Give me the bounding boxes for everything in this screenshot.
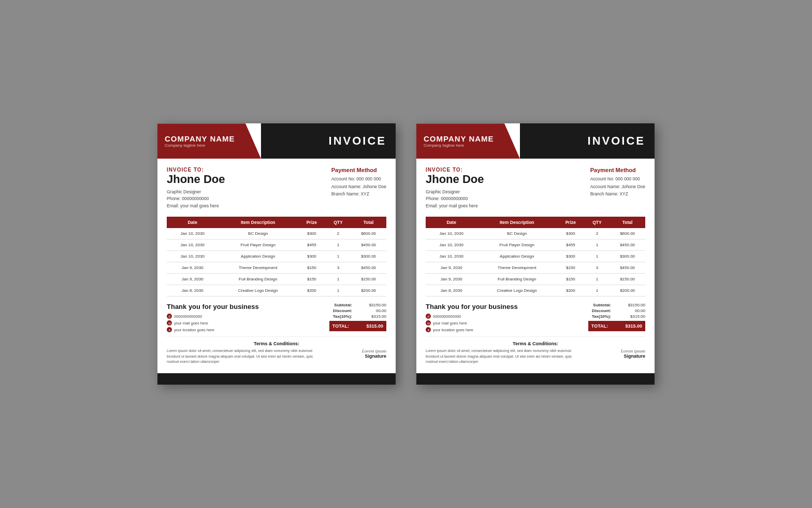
tax-row-1: Tax(10%): $315.00 — [329, 314, 386, 319]
subtotal-row-2: Subtotal: $3150.00 — [588, 303, 645, 307]
table-row: Jan 9, 2030Theme Development$1503$450.00 — [167, 262, 386, 274]
account-no-1: Account No: 000 000 000 — [331, 175, 386, 182]
footer-left-2: Thank you for your business ✆ 0000000000… — [426, 303, 518, 332]
table-row: Jan 10, 2030Fruit Flayer Design$4551$450… — [426, 239, 645, 251]
bill-section-1: INVOICE TO: Jhone Doe Graphic Designer P… — [167, 167, 386, 209]
totals-section-1: Subtotal: $3150.00 Discount: 00.00 Tax(1… — [329, 303, 386, 331]
header-company-1: COMPANY NAME Company tagline here — [157, 123, 261, 159]
payment-title-1: Payment Method — [331, 167, 386, 173]
invoice-card-2: COMPANY NAME Company tagline here INVOIC… — [416, 123, 655, 385]
tax-row-2: Tax(10%): $315.00 — [588, 314, 645, 319]
account-name-2: Account Name: Johone Doe — [590, 183, 645, 190]
th-date-2: Date — [426, 217, 477, 228]
invoice-header-2: COMPANY NAME Company tagline here INVOIC… — [416, 123, 655, 159]
terms-title-1: Terms & Conditions: — [167, 341, 386, 346]
client-name-1: Jhone Doe — [167, 173, 225, 186]
signature-section-1: Lorem ipsum Signature — [362, 348, 386, 359]
contact-location-1: ✦ your location goes here — [167, 327, 259, 332]
signature-section-2: Lorem ipsum Signature — [621, 348, 645, 359]
signature-cursive-2: Lorem ipsum — [621, 348, 645, 354]
email-icon-1: ✉ — [167, 320, 172, 326]
location-icon-1: ✦ — [167, 327, 172, 332]
email-icon-2: ✉ — [426, 320, 431, 326]
invoice-title-1: INVOICE — [329, 134, 386, 148]
terms-section-1: Terms & Conditions: Lorem ipsum dolor si… — [167, 336, 386, 365]
invoice-header-1: COMPANY NAME Company tagline here INVOIC… — [157, 123, 396, 159]
header-company-2: COMPANY NAME Company tagline here — [416, 123, 520, 159]
company-name-2: COMPANY NAME — [424, 134, 513, 143]
th-desc-1: Item Description — [218, 217, 298, 228]
total-final-1: TOTAL: $315.00 — [329, 321, 386, 331]
th-date-1: Date — [167, 217, 218, 228]
payment-info-2: Account No: 000 000 000 Account Name: Jo… — [590, 175, 645, 197]
bill-to-2: INVOICE TO: Jhone Doe Graphic Designer P… — [426, 167, 484, 209]
signature-cursive-1: Lorem ipsum — [362, 348, 386, 354]
client-info-2: Graphic Designer Phone: 00000000000 Emai… — [426, 189, 484, 210]
table-row: Jan 9, 2030Full Branding Design$1501$150… — [167, 274, 386, 285]
table-header-row-2: Date Item Description Prize QTY Total — [426, 217, 645, 228]
bill-to-1: INVOICE TO: Jhone Doe Graphic Designer P… — [167, 167, 225, 209]
signature-label-1: Signature — [362, 354, 386, 359]
client-phone-2: Phone: 00000000000 — [426, 195, 484, 203]
terms-text-1: Lorem ipsum dolor sit amet, consectetuer… — [167, 348, 322, 365]
invoice-table-2: Date Item Description Prize QTY Total Ja… — [426, 217, 645, 297]
client-role-1: Graphic Designer — [167, 189, 225, 196]
header-invoice-title-1: INVOICE — [261, 123, 396, 159]
contact-info-1: ✆ 0000000000000 ✉ your mail goes here ✦ … — [167, 314, 259, 332]
location-icon-2: ✦ — [426, 327, 431, 332]
table-row: Jan 10, 2030BC Design$3002$600.00 — [426, 228, 645, 239]
bill-section-2: INVOICE TO: Jhone Doe Graphic Designer P… — [426, 167, 645, 209]
th-desc-2: Item Description — [477, 217, 557, 228]
company-name-1: COMPANY NAME — [165, 134, 254, 143]
footer-section-1: Thank you for your business ✆ 0000000000… — [167, 303, 386, 332]
table-body-2: Jan 10, 2030BC Design$3002$600.00Jan 10,… — [426, 228, 645, 297]
client-phone-1: Phone: 00000000000 — [167, 195, 225, 203]
table-row: Jan 9, 2030Full Branding Design$1501$150… — [426, 274, 645, 285]
contact-email-1: ✉ your mail goes here — [167, 320, 259, 326]
invoice-body-2: INVOICE TO: Jhone Doe Graphic Designer P… — [416, 159, 655, 373]
invoice-card-1: COMPANY NAME Company tagline here INVOIC… — [157, 123, 396, 385]
totals-section-2: Subtotal: $3150.00 Discount: 00.00 Tax(1… — [588, 303, 645, 331]
client-email-1: Email: your mail goes here — [167, 203, 225, 210]
signature-label-2: Signature — [621, 354, 645, 359]
th-price-2: Prize — [557, 217, 585, 228]
payment-info-1: Account No: 000 000 000 Account Name: Jo… — [331, 175, 386, 197]
th-qty-2: QTY — [585, 217, 610, 228]
total-final-2: TOTAL: $315.00 — [588, 321, 645, 331]
footer-section-2: Thank you for your business ✆ 0000000000… — [426, 303, 645, 332]
terms-bottom-1: Lorem ipsum dolor sit amet, consectetuer… — [167, 348, 386, 365]
subtotal-row-1: Subtotal: $3150.00 — [329, 303, 386, 307]
contact-location-2: ✦ your location goes here — [426, 327, 518, 332]
payment-title-2: Payment Method — [590, 167, 645, 173]
table-header-row-1: Date Item Description Prize QTY Total — [167, 217, 386, 228]
account-no-2: Account No: 000 000 000 — [590, 175, 645, 182]
company-tagline-2: Company tagline here — [424, 143, 513, 148]
branch-name-2: Branch Name: XYZ — [590, 190, 645, 197]
footer-left-1: Thank you for your business ✆ 0000000000… — [167, 303, 259, 332]
table-row: Jan 10, 2030Application Design$3001$300.… — [426, 251, 645, 262]
terms-section-2: Terms & Conditions: Lorem ipsum dolor si… — [426, 336, 645, 365]
discount-row-1: Discount: 00.00 — [329, 308, 386, 313]
phone-icon-1: ✆ — [167, 314, 172, 319]
invoice-title-2: INVOICE — [588, 134, 645, 148]
branch-name-1: Branch Name: XYZ — [331, 190, 386, 197]
payment-section-2: Payment Method Account No: 000 000 000 A… — [590, 167, 645, 209]
table-row: Jan 8, 2030Creative Logo Design$2001$200… — [167, 285, 386, 297]
client-name-2: Jhone Doe — [426, 173, 484, 186]
contact-info-2: ✆ 0000000000000 ✉ your mail goes here ✦ … — [426, 314, 518, 332]
table-row: Jan 10, 2030Fruit Flayer Design$4551$450… — [167, 239, 386, 251]
terms-title-2: Terms & Conditions: — [426, 341, 645, 346]
contact-phone-1: ✆ 0000000000000 — [167, 314, 259, 319]
th-price-1: Prize — [298, 217, 326, 228]
phone-icon-2: ✆ — [426, 314, 431, 319]
table-row: Jan 10, 2030BC Design$3002$600.00 — [167, 228, 386, 239]
company-tagline-1: Company tagline here — [165, 143, 254, 148]
contact-phone-2: ✆ 0000000000000 — [426, 314, 518, 319]
thank-you-2: Thank you for your business — [426, 303, 518, 311]
invoice-footer-bar-2 — [416, 373, 655, 385]
invoice-to-label-1: INVOICE TO: — [167, 167, 225, 173]
client-role-2: Graphic Designer — [426, 189, 484, 196]
client-email-2: Email: your mail goes here — [426, 203, 484, 210]
contact-email-2: ✉ your mail goes here — [426, 320, 518, 326]
invoice-to-label-2: INVOICE TO: — [426, 167, 484, 173]
